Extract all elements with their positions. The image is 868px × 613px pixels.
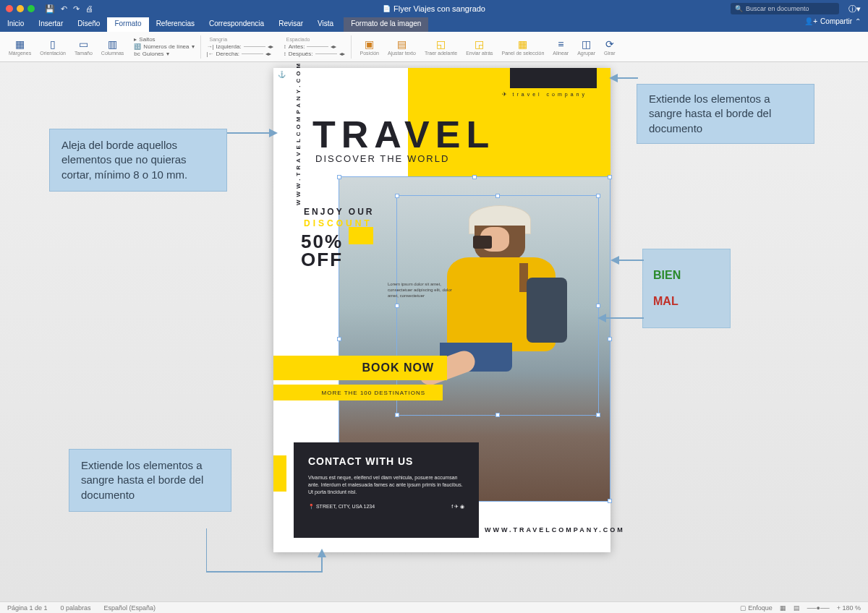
- tab-insertar[interactable]: Insertar: [31, 17, 70, 32]
- zoom-slider[interactable]: ──●──: [807, 604, 830, 612]
- label-mal: MAL: [653, 295, 720, 308]
- flyer-destinations: MORE THE 100 DESTINATIONS: [273, 385, 443, 400]
- contact-body: Vivamus est neque, eleifend vel diam veh…: [308, 474, 464, 495]
- contact-address: STREET, CITY, USA 1234: [308, 504, 375, 510]
- flyer-subhead: DISCOVER THE WORLD: [315, 153, 449, 164]
- flyer-enjoy: ENJOY OUR: [304, 207, 374, 217]
- indent-left-input[interactable]: →| Izquierda: ◂▸: [207, 43, 273, 50]
- minimize-icon[interactable]: [17, 5, 24, 12]
- flyer-discount-bg: [349, 227, 373, 244]
- status-words[interactable]: 0 palabras: [61, 604, 91, 612]
- callout-left-bottom: Extiende los elementos a sangre hasta el…: [69, 449, 231, 512]
- close-icon[interactable]: [6, 5, 13, 12]
- status-bar: Página 1 de 1 0 palabras Español (España…: [0, 601, 868, 613]
- flyer-headline[interactable]: TRAVEL: [312, 113, 495, 156]
- indent-group-label: Sangría: [207, 37, 273, 42]
- redo-icon[interactable]: ↷: [73, 4, 80, 14]
- ribbon-tabs: Inicio Insertar Diseño Formato Referenci…: [0, 17, 868, 32]
- tab-formato-imagen[interactable]: Formato de la imagen: [344, 17, 428, 32]
- anchor-icon: ⚓: [278, 71, 286, 78]
- search-placeholder: Buscar en documento: [746, 5, 809, 12]
- status-lang[interactable]: Español (España): [104, 604, 156, 612]
- hyphenation-button[interactable]: bc Guiones ▾: [134, 51, 194, 57]
- undo-icon[interactable]: ↶: [61, 4, 67, 14]
- share-button[interactable]: 👤+Compartir⌃: [804, 17, 861, 25]
- flyer-company-label: travel company: [502, 91, 587, 98]
- help-icon[interactable]: ⓘ▾: [848, 4, 861, 14]
- search-icon: 🔍: [735, 5, 743, 12]
- search-input[interactable]: 🔍 Buscar en documento: [731, 3, 839, 14]
- bring-forward-button[interactable]: ◱Traer adelante: [422, 37, 460, 57]
- tab-diseno[interactable]: Diseño: [70, 17, 107, 32]
- arrow-icon: [610, 253, 644, 267]
- space-before-input[interactable]: ↕ Antes: ◂▸: [284, 43, 345, 50]
- space-after-input[interactable]: ↕ Después: ◂▸: [284, 51, 345, 57]
- document-canvas[interactable]: ⚓ travel company WWW.TRAVELCOMPANY.COM T…: [0, 62, 868, 601]
- contact-title: CONTACT WITH US: [308, 455, 464, 467]
- align-button[interactable]: ≡Alinear: [550, 37, 571, 57]
- tab-formato[interactable]: Formato: [107, 17, 148, 32]
- window-controls: [0, 5, 35, 12]
- flyer-lorem: Lorem ipsum dolor sit amet, consectetuer…: [388, 282, 457, 299]
- callout-right-top: Extiende los elementos a sangre hasta el…: [637, 84, 814, 144]
- columns-button[interactable]: ▥Columnas: [98, 37, 127, 57]
- maximize-icon[interactable]: [27, 5, 35, 12]
- tab-correspondencia[interactable]: Correspondencia: [202, 17, 271, 32]
- save-icon[interactable]: 💾: [45, 4, 55, 14]
- flyer-vertical-url: WWW.TRAVELCOMPANY.COM: [295, 61, 302, 205]
- group-button[interactable]: ◫Agrupar: [574, 37, 598, 57]
- tab-revisar[interactable]: Revisar: [271, 17, 310, 32]
- flyer-person: [418, 205, 584, 451]
- tab-inicio[interactable]: Inicio: [0, 17, 31, 32]
- line-numbers-button[interactable]: 🔢 Números de línea ▾: [134, 43, 194, 50]
- print-icon[interactable]: 🖨: [85, 4, 93, 14]
- send-back-button[interactable]: ◲Enviar atrás: [463, 37, 495, 57]
- flyer-contact-box[interactable]: CONTACT WITH US Vivamus est neque, eleif…: [294, 442, 479, 538]
- status-page[interactable]: Página 1 de 1: [7, 604, 48, 612]
- breaks-button[interactable]: ▸ Saltos: [134, 36, 194, 43]
- selection-pane-button[interactable]: ▦Panel de selección: [499, 37, 548, 57]
- callout-left-top: Aleja del borde aquellos elementos que n…: [49, 129, 227, 192]
- social-icons: f ✈ ◉: [451, 504, 464, 510]
- flyer-book-now[interactable]: BOOK NOW: [273, 356, 447, 380]
- wrap-text-button[interactable]: ▤Ajustar texto: [385, 37, 419, 57]
- flyer-fifty: 50%OFF: [301, 233, 343, 268]
- flyer-black-strip[interactable]: [510, 68, 597, 88]
- page[interactable]: ⚓ travel company WWW.TRAVELCOMPANY.COM T…: [273, 68, 610, 552]
- arrow-icon: [227, 126, 278, 140]
- flyer-bottom-url: WWW.TRAVELCOMPANY.COM: [485, 526, 625, 533]
- arrow-icon: [609, 71, 638, 85]
- bien-mal-badge: BIEN MAL: [642, 249, 731, 328]
- position-button[interactable]: ▣Posición: [357, 37, 382, 57]
- view-print-icon[interactable]: ▦: [780, 604, 786, 612]
- orientation-button[interactable]: ▯Orientación: [37, 37, 69, 57]
- margins-button[interactable]: ▦Márgenes: [6, 37, 34, 57]
- zoom-value[interactable]: + 180 %: [837, 604, 861, 612]
- rotate-button[interactable]: ⟳Girar: [601, 37, 618, 57]
- titlebar: 💾 ↶ ↷ 🖨 Flyer Viajes con sangrado 🔍 Busc…: [0, 0, 868, 17]
- view-web-icon[interactable]: ▤: [793, 604, 800, 612]
- quick-access-toolbar: 💾 ↶ ↷ 🖨: [45, 4, 93, 14]
- ribbon: ▦Márgenes ▯Orientación ▭Tamaño ▥Columnas…: [0, 32, 868, 62]
- view-focus-button[interactable]: ▢ Enfoque: [740, 604, 773, 612]
- flyer-yellow-chip: [273, 455, 286, 492]
- document-title: Flyer Viajes con sangrado: [383, 4, 485, 13]
- tab-referencias[interactable]: Referencias: [149, 17, 202, 32]
- indent-right-input[interactable]: |← Derecha: ◂▸: [207, 51, 273, 57]
- label-bien: BIEN: [653, 269, 720, 282]
- spacing-group-label: Espaciado: [284, 37, 345, 42]
- size-button[interactable]: ▭Tamaño: [72, 37, 95, 57]
- svg-marker-6: [610, 256, 619, 265]
- tab-vista[interactable]: Vista: [310, 17, 341, 32]
